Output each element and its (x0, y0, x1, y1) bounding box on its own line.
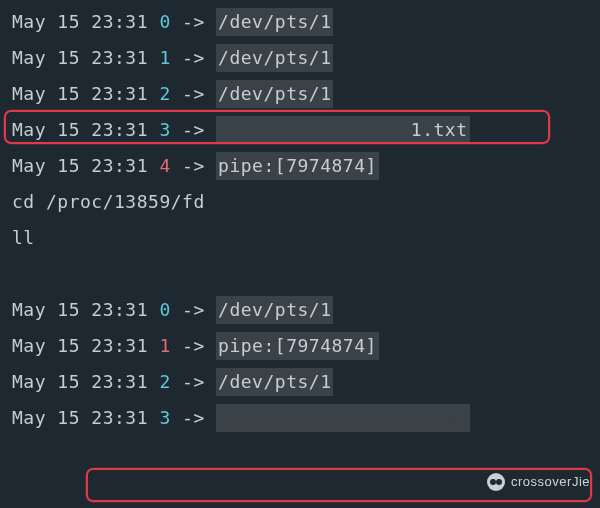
ls-row-highlighted: May 15 23:31 3 -> ▮▮▮ ▮▮▮ ▮▮ ▮▮/1.txt (12, 112, 600, 148)
ls-row-highlighted: May 15 23:31 3 -> ▮▮▮ ▮▮▮ ▮▮ ▮▮/▮.txt (12, 400, 600, 436)
terminal-output: May 15 23:31 0 -> /dev/pts/1 May 15 23:3… (12, 4, 600, 436)
ls-row: May 15 23:31 1 -> /dev/pts/1 (12, 40, 600, 76)
row-date: May 15 23:31 (12, 368, 148, 396)
link-target: /dev/pts/1 (216, 368, 333, 396)
watermark-text: crossoverJie (511, 472, 590, 492)
link-target-redacted: ▮▮▮ ▮▮▮ ▮▮ ▮▮/1.txt (216, 116, 469, 144)
ls-row: May 15 23:31 0 -> /dev/pts/1 (12, 292, 600, 328)
row-date: May 15 23:31 (12, 332, 148, 360)
cmd-cd: cd /proc/13859/fd (12, 188, 205, 216)
arrow: -> (182, 116, 205, 144)
blank-line (12, 256, 600, 292)
link-target: /dev/pts/1 (216, 8, 333, 36)
arrow: -> (182, 296, 205, 324)
link-target-redacted: ▮▮▮ ▮▮▮ ▮▮ ▮▮/▮.txt (216, 404, 469, 432)
arrow: -> (182, 368, 205, 396)
link-target: /dev/pts/1 (216, 44, 333, 72)
arrow: -> (182, 404, 205, 432)
fd-number: 1 (159, 332, 170, 360)
link-target: pipe:[7974874] (216, 152, 379, 180)
watermark: crossoverJie (487, 472, 590, 492)
link-target: pipe:[7974874] (216, 332, 379, 360)
arrow: -> (182, 152, 205, 180)
fd-number: 4 (159, 152, 170, 180)
fd-number: 3 (159, 404, 170, 432)
row-date: May 15 23:31 (12, 44, 148, 72)
row-date: May 15 23:31 (12, 152, 148, 180)
fd-number: 1 (159, 44, 170, 72)
row-date: May 15 23:31 (12, 404, 148, 432)
fd-number: 0 (159, 8, 170, 36)
cmd-ll: ll (12, 224, 35, 252)
arrow: -> (182, 80, 205, 108)
row-date: May 15 23:31 (12, 8, 148, 36)
fd-number: 2 (159, 80, 170, 108)
ls-row: May 15 23:31 1 -> pipe:[7974874] (12, 328, 600, 364)
link-target: /dev/pts/1 (216, 296, 333, 324)
ls-row: May 15 23:31 4 -> pipe:[7974874] (12, 148, 600, 184)
ls-row: May 15 23:31 2 -> /dev/pts/1 (12, 76, 600, 112)
ls-row: May 15 23:31 2 -> /dev/pts/1 (12, 364, 600, 400)
row-date: May 15 23:31 (12, 80, 148, 108)
ls-row: May 15 23:31 0 -> /dev/pts/1 (12, 4, 600, 40)
arrow: -> (182, 44, 205, 72)
fd-number: 0 (159, 296, 170, 324)
command-line[interactable]: cd /proc/13859/fd (12, 184, 600, 220)
arrow: -> (182, 8, 205, 36)
command-line[interactable]: ll (12, 220, 600, 256)
arrow: -> (182, 332, 205, 360)
fd-number: 2 (159, 368, 170, 396)
row-date: May 15 23:31 (12, 116, 148, 144)
link-target: /dev/pts/1 (216, 80, 333, 108)
fd-number: 3 (159, 116, 170, 144)
wechat-icon (487, 473, 505, 491)
row-date: May 15 23:31 (12, 296, 148, 324)
